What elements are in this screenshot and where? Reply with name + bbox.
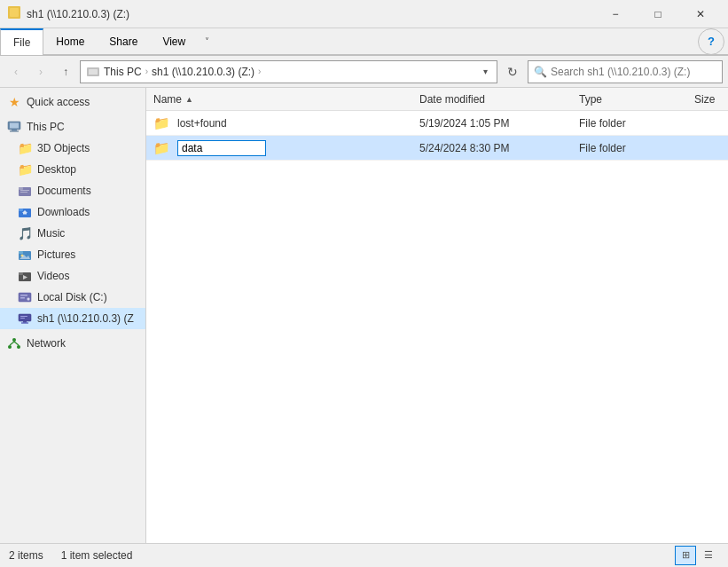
folder-music-icon: 🎵: [18, 226, 32, 240]
file-row-lost-found[interactable]: 📁 lost+found 5/19/2024 1:05 PM File fold…: [146, 111, 728, 136]
search-box[interactable]: 🔍: [528, 60, 723, 83]
refresh-button[interactable]: ↻: [501, 60, 524, 83]
sidebar-label-local-disk: Local Disk (C:): [37, 291, 107, 303]
maximize-button[interactable]: □: [638, 0, 678, 28]
col-header-name[interactable]: Name ▲: [146, 93, 412, 106]
sidebar-item-documents[interactable]: Documents: [0, 180, 145, 201]
svg-rect-7: [10, 131, 19, 132]
sidebar-item-music[interactable]: 🎵 Music: [0, 223, 145, 244]
title-bar: sh1 (\\10.210.0.3) (Z:) − □ ✕: [0, 0, 728, 28]
path-separator-1: ›: [145, 67, 148, 76]
tab-file[interactable]: File: [0, 28, 43, 55]
col-header-date[interactable]: Date modified: [412, 93, 572, 106]
sidebar-item-local-disk[interactable]: Local Disk (C:): [0, 287, 145, 308]
svg-rect-27: [19, 314, 31, 321]
minimize-button[interactable]: −: [595, 0, 636, 28]
sidebar-label-videos: Videos: [37, 270, 69, 282]
network-drive-icon: [18, 311, 32, 326]
status-selected-info: 1 item selected: [61, 549, 133, 562]
folder-documents-icon: [18, 184, 32, 198]
search-input[interactable]: [551, 66, 716, 78]
svg-rect-11: [20, 192, 27, 193]
svg-line-35: [10, 342, 14, 345]
file-list: Name ▲ Date modified Type Size 📁 lost+fo…: [146, 88, 728, 543]
file-name-lost-found: 📁 lost+found: [146, 115, 412, 131]
pc-icon: [7, 120, 21, 134]
forward-button[interactable]: ›: [30, 61, 51, 83]
sidebar-item-network[interactable]: Network: [0, 333, 145, 354]
sidebar-label-sh1-drive: sh1 (\\10.210.0.3) (Z: [37, 312, 134, 325]
tab-home[interactable]: Home: [43, 28, 97, 55]
address-path[interactable]: This PC › sh1 (\\10.210.0.3) (Z:) › ▾: [80, 60, 497, 83]
sidebar-item-this-pc[interactable]: This PC: [0, 116, 145, 138]
path-separator-2: ›: [258, 67, 261, 76]
sort-arrow-icon: ▲: [185, 95, 193, 104]
folder-icon-data: 📁: [153, 140, 170, 156]
file-name-data: 📁: [146, 140, 412, 156]
sidebar-item-3d-objects[interactable]: 📁 3D Objects: [0, 138, 145, 159]
col-header-type[interactable]: Type: [572, 93, 687, 106]
main-layout: ★ Quick access This PC 📁: [0, 88, 728, 543]
svg-rect-1: [10, 8, 19, 17]
svg-rect-30: [23, 321, 27, 323]
col-name-label: Name: [153, 93, 182, 106]
svg-point-26: [27, 298, 30, 301]
sidebar-label-this-pc: This PC: [27, 121, 65, 133]
address-bar: ‹ › ↑ This PC › sh1 (\\10.210.0.3) (Z:) …: [0, 56, 728, 88]
path-item-icon: [86, 65, 100, 79]
svg-rect-13: [19, 209, 23, 211]
status-item-count: 2 items: [9, 549, 43, 562]
col-header-size[interactable]: Size: [687, 93, 728, 106]
rename-input-data[interactable]: [177, 140, 266, 156]
help-button[interactable]: ?: [698, 28, 724, 55]
svg-point-34: [17, 345, 20, 349]
svg-rect-10: [20, 190, 29, 191]
sidebar-item-downloads[interactable]: Downloads: [0, 201, 145, 223]
network-icon: [7, 336, 21, 350]
ribbon-collapse-icon[interactable]: ˅: [198, 28, 215, 55]
sidebar-section-network: Network: [0, 333, 145, 354]
sidebar-label-pictures: Pictures: [37, 248, 75, 261]
sidebar-item-videos[interactable]: Videos: [0, 265, 145, 287]
col-size-label: Size: [694, 93, 715, 106]
file-type-data: File folder: [572, 142, 687, 154]
path-dropdown-button[interactable]: ▾: [480, 67, 491, 76]
svg-point-33: [8, 345, 12, 349]
folder-desktop-icon: 📁: [18, 162, 32, 177]
svg-point-32: [12, 338, 16, 342]
back-button[interactable]: ‹: [5, 61, 27, 83]
svg-rect-21: [19, 272, 23, 275]
folder-icon-lost-found: 📁: [153, 115, 170, 131]
status-bar: 2 items 1 item selected ⊞ ☰: [0, 543, 728, 566]
tab-view[interactable]: View: [150, 28, 198, 55]
tab-share[interactable]: Share: [97, 28, 150, 55]
close-button[interactable]: ✕: [680, 0, 721, 28]
sidebar-item-desktop[interactable]: 📁 Desktop: [0, 159, 145, 180]
folder-3d-icon: 📁: [18, 141, 32, 155]
up-button[interactable]: ↑: [55, 61, 76, 83]
sidebar-label-documents: Documents: [37, 185, 91, 197]
sidebar-item-pictures[interactable]: Pictures: [0, 244, 145, 265]
search-icon: 🔍: [534, 66, 547, 78]
file-label-lost-found: lost+found: [177, 117, 227, 130]
file-row-data[interactable]: 📁 5/24/2024 8:30 PM File folder: [146, 136, 728, 161]
status-view-controls: ⊞ ☰: [675, 546, 719, 565]
view-details-button[interactable]: ☰: [698, 546, 719, 565]
path-this-pc[interactable]: This PC: [104, 66, 142, 78]
svg-rect-9: [19, 187, 23, 190]
svg-line-36: [14, 342, 19, 345]
file-type-lost-found: File folder: [572, 117, 687, 130]
title-bar-icon: [7, 5, 21, 22]
sidebar-item-quick-access[interactable]: ★ Quick access: [0, 91, 145, 113]
svg-rect-5: [10, 123, 19, 129]
view-large-icons-button[interactable]: ⊞: [675, 546, 696, 565]
folder-pictures-icon: [18, 248, 32, 262]
folder-videos-icon: [18, 269, 32, 283]
sidebar-label-quick-access: Quick access: [27, 96, 90, 108]
ribbon: File Home Share View ˅ ?: [0, 28, 728, 56]
svg-rect-6: [12, 130, 17, 131]
path-sh1-drive[interactable]: sh1 (\\10.210.0.3) (Z:): [152, 66, 254, 78]
sidebar-section-this-pc: This PC 📁 3D Objects 📁 Desktop: [0, 116, 145, 329]
file-date-lost-found: 5/19/2024 1:05 PM: [412, 117, 572, 130]
sidebar-item-sh1-drive[interactable]: sh1 (\\10.210.0.3) (Z: [0, 308, 145, 329]
